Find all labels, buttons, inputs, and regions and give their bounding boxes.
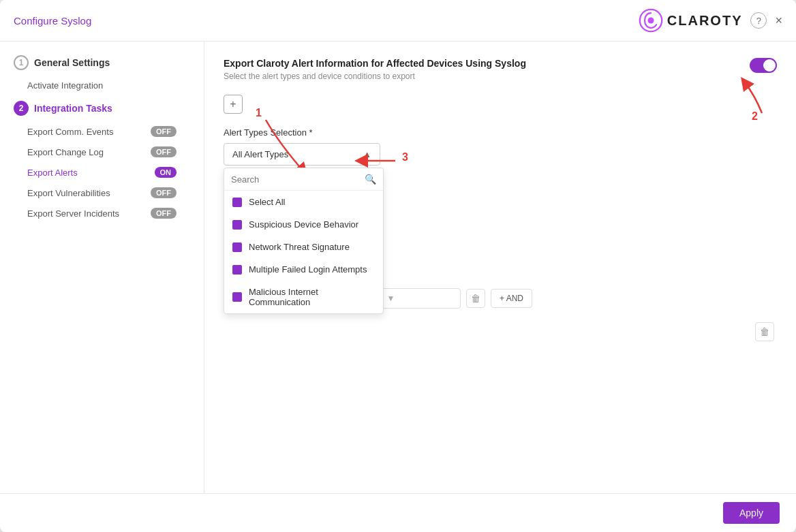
chevron-down-val-icon: ▼	[387, 294, 395, 303]
alert-types-dropdown: 🔍 Select All Suspicious Device Behavior …	[224, 168, 384, 314]
dropdown-search-area: 🔍	[224, 168, 383, 191]
checkbox-network-threat[interactable]	[232, 242, 242, 252]
apply-button[interactable]: Apply	[723, 502, 780, 524]
alert-types-label: Alert Types Selection *	[224, 127, 777, 138]
dropdown-item-suspicious[interactable]: Suspicious Device Behavior	[224, 213, 383, 236]
claroty-logo-icon	[639, 8, 663, 33]
main-toggle-switch[interactable]	[750, 58, 777, 73]
delete-condition-btn[interactable]: 🗑	[466, 289, 485, 308]
alert-types-value: All Alert Types	[232, 149, 288, 159]
close-button[interactable]: ×	[775, 14, 782, 27]
sidebar-item-export-comm[interactable]: Export Comm. Events OFF	[14, 121, 190, 142]
dropdown-item-multiple-failed[interactable]: Multiple Failed Login Attempts	[224, 258, 383, 281]
dropdown-container: 🔍 Select All Suspicious Device Behavior …	[224, 168, 384, 314]
claroty-logo: CLAROTY	[639, 8, 743, 33]
search-icon: 🔍	[365, 174, 376, 185]
step-2-circle: 2	[14, 101, 29, 116]
header-right: CLAROTY ? ×	[639, 8, 782, 33]
toggle-export-vuln[interactable]: OFF	[151, 187, 177, 198]
toggle-export-comm[interactable]: OFF	[151, 126, 177, 137]
main-toggle-container	[750, 58, 777, 73]
dropdown-item-network-threat[interactable]: Network Threat Signature	[224, 236, 383, 258]
chevron-up-icon: ▲	[363, 149, 371, 159]
delete-row-button[interactable]: 🗑	[755, 322, 774, 341]
and-button[interactable]: + AND	[491, 289, 532, 308]
toggle-export-alerts[interactable]: ON	[155, 167, 177, 178]
configure-syslog-modal: Configure Syslog CLAROTY ? × 1 General S…	[0, 0, 796, 532]
modal-body: 1 General Settings Activate Integration …	[0, 42, 796, 493]
section-title: Export Claroty Alert Information for Aff…	[224, 58, 777, 69]
checkbox-malicious[interactable]	[232, 292, 242, 302]
alert-types-select[interactable]: All Alert Types ▲	[224, 143, 380, 166]
sidebar: 1 General Settings Activate Integration …	[0, 42, 204, 493]
main-content: Export Claroty Alert Information for Aff…	[204, 42, 796, 493]
checkbox-suspicious[interactable]	[232, 220, 242, 230]
sidebar-item-export-change[interactable]: Export Change Log OFF	[14, 142, 190, 162]
claroty-logo-text: CLAROTY	[667, 13, 743, 29]
search-input[interactable]	[231, 174, 361, 185]
dropdown-item-select-all[interactable]: Select All	[224, 191, 383, 213]
sidebar-section-integration-title: 2 Integration Tasks	[14, 101, 190, 116]
section-subtitle: Select the alert types and device condit…	[224, 72, 777, 81]
sidebar-item-export-server[interactable]: Export Server Incidents OFF	[14, 203, 190, 223]
sidebar-item-export-alerts[interactable]: Export Alerts ON	[14, 162, 190, 183]
checkbox-multiple-failed[interactable]	[232, 265, 242, 275]
svg-point-1	[647, 18, 654, 24]
sidebar-section-general: 1 General Settings Activate Integration	[0, 55, 204, 95]
help-button[interactable]: ?	[750, 12, 767, 29]
modal-header: Configure Syslog CLAROTY ? ×	[0, 0, 796, 42]
svg-text:3: 3	[402, 151, 408, 163]
sidebar-item-activate[interactable]: Activate Integration	[14, 76, 190, 95]
delete-row: 🗑	[224, 322, 777, 341]
sidebar-section-integration: 2 Integration Tasks Export Comm. Events …	[0, 101, 204, 223]
sidebar-item-export-vuln[interactable]: Export Vulnerabilities OFF	[14, 183, 190, 203]
svg-text:2: 2	[752, 110, 758, 122]
dropdown-item-malicious[interactable]: Malicious Internet Communication	[224, 281, 383, 313]
modal-title: Configure Syslog	[14, 15, 91, 27]
svg-text:1: 1	[256, 107, 262, 119]
modal-footer: Apply	[0, 493, 796, 532]
section-header: Export Claroty Alert Information for Aff…	[224, 58, 777, 81]
sidebar-section-general-label: General Settings	[34, 57, 110, 68]
step-1-circle: 1	[14, 55, 29, 70]
sidebar-section-general-title: 1 General Settings	[14, 55, 190, 70]
sidebar-section-integration-label: Integration Tasks	[34, 103, 112, 114]
checkbox-select-all[interactable]	[232, 198, 242, 207]
add-button[interactable]: +	[224, 95, 243, 114]
toggle-export-change[interactable]: OFF	[151, 146, 177, 157]
toggle-export-server[interactable]: OFF	[151, 208, 177, 219]
